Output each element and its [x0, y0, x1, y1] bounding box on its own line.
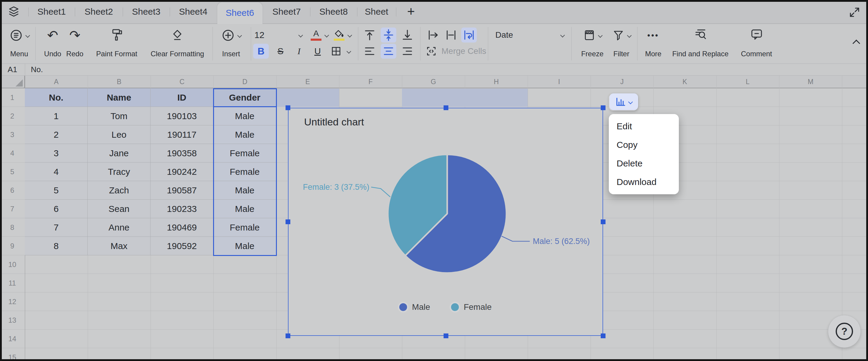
legend-item-male[interactable]: Male	[399, 302, 430, 312]
row-header-14[interactable]: 14	[0, 330, 25, 348]
text-clip-button[interactable]	[443, 28, 459, 42]
row-header-1[interactable]: 1	[0, 88, 25, 107]
help-button[interactable]: ?	[828, 315, 861, 348]
header-cell[interactable]: Name	[88, 88, 151, 107]
cell[interactable]: Female	[213, 218, 276, 237]
cell-name-box[interactable]: A1	[0, 64, 25, 76]
fill-color-button[interactable]	[331, 28, 347, 42]
more-button[interactable]: ••• More	[639, 28, 668, 60]
col-header-d[interactable]: D	[213, 76, 276, 88]
cell[interactable]: 7	[25, 218, 88, 237]
cell[interactable]: Male	[213, 200, 276, 218]
expand-window-icon[interactable]	[849, 7, 860, 18]
align-left-button[interactable]	[362, 44, 377, 59]
col-header-k[interactable]: K	[653, 76, 716, 88]
cell[interactable]: 190592	[151, 237, 213, 255]
cell[interactable]: Tom	[88, 107, 151, 125]
align-right-button[interactable]	[400, 44, 415, 59]
valign-middle-button[interactable]	[381, 28, 396, 42]
menu-item-edit[interactable]: Edit	[609, 117, 679, 136]
row-header-10[interactable]: 10	[0, 255, 25, 274]
align-center-button[interactable]	[381, 44, 396, 59]
cell[interactable]: 6	[25, 200, 88, 218]
cell[interactable]: Sean	[88, 200, 151, 218]
col-header-m[interactable]: M	[779, 76, 842, 88]
clear-formatting-button[interactable]: Clear Formatting	[148, 28, 207, 60]
col-header-l[interactable]: L	[716, 76, 779, 88]
valign-top-button[interactable]	[362, 28, 377, 42]
chart-container[interactable]: Untitled chart Female: 3 (37.5%) Male: 5…	[288, 108, 603, 336]
cell[interactable]: Tracy	[88, 162, 151, 181]
cell[interactable]: 5	[25, 181, 88, 200]
chart-options-button[interactable]	[610, 93, 638, 110]
comment-button[interactable]: Comment	[736, 28, 777, 60]
collapse-toolbar-icon[interactable]	[852, 39, 860, 47]
filter-button[interactable]: Filter	[608, 28, 635, 60]
row-header-4[interactable]: 4	[0, 144, 25, 162]
cell[interactable]: Female	[213, 162, 276, 181]
cell[interactable]: 190469	[151, 218, 213, 237]
row-header-9[interactable]: 9	[0, 237, 25, 255]
tab-sheet6-active[interactable]: Sheet6	[217, 2, 262, 24]
tab-sheet4[interactable]: Sheet4	[170, 0, 217, 23]
tinted-cell-h1[interactable]	[465, 89, 528, 107]
underline-button[interactable]: U	[310, 44, 326, 59]
font-color-button[interactable]: A	[308, 28, 324, 42]
row-header-2[interactable]: 2	[0, 107, 25, 125]
row-header-7[interactable]: 7	[0, 200, 25, 218]
redo-button[interactable]: ↷ Redo	[64, 28, 86, 60]
font-color-chevron-icon[interactable]	[324, 33, 329, 38]
paint-format-button[interactable]: Paint Format	[90, 28, 144, 60]
cell[interactable]: Female	[213, 144, 276, 162]
chart-handle-bottom-right[interactable]	[601, 333, 606, 338]
tab-sheet7[interactable]: Sheet7	[263, 0, 310, 23]
row-header-6[interactable]: 6	[0, 181, 25, 200]
col-header-a[interactable]: A	[25, 76, 88, 88]
cell[interactable]: Male	[213, 237, 276, 255]
chart-handle-right-mid[interactable]	[601, 219, 606, 224]
cell[interactable]: 8	[25, 237, 88, 255]
cell[interactable]: 3	[25, 144, 88, 162]
italic-button[interactable]: I	[291, 44, 307, 59]
col-header-f[interactable]: F	[339, 76, 402, 88]
cell[interactable]: 190587	[151, 181, 213, 200]
cell[interactable]: Jane	[88, 144, 151, 162]
col-header-j[interactable]: J	[591, 76, 653, 88]
cell[interactable]: Male	[213, 107, 276, 125]
cell[interactable]: 1	[25, 107, 88, 125]
cell[interactable]: 190242	[151, 162, 213, 181]
header-cell[interactable]: No.	[25, 88, 88, 107]
col-header-c[interactable]: C	[151, 76, 213, 88]
row-header-13[interactable]: 13	[0, 311, 25, 330]
row-header-5[interactable]: 5	[0, 162, 25, 181]
menu-item-delete[interactable]: Delete	[609, 154, 679, 173]
col-header-i[interactable]: I	[528, 76, 591, 88]
text-overflow-button[interactable]	[425, 28, 441, 42]
cell[interactable]: Zach	[88, 181, 151, 200]
cell[interactable]: Max	[88, 237, 151, 255]
strikethrough-button[interactable]: S	[273, 44, 288, 59]
row-header-15[interactable]: 15	[0, 348, 25, 361]
cell[interactable]: Anne	[88, 218, 151, 237]
col-header-b[interactable]: B	[88, 76, 151, 88]
select-all-corner[interactable]	[0, 76, 25, 88]
cell[interactable]: Leo	[88, 125, 151, 144]
cell[interactable]: 190358	[151, 144, 213, 162]
undo-button[interactable]: ↶ Undo	[42, 28, 63, 60]
cell[interactable]: 190233	[151, 200, 213, 218]
cell[interactable]: 2	[25, 125, 88, 144]
cell[interactable]: 4	[25, 162, 88, 181]
cell[interactable]: Male	[213, 181, 276, 200]
insert-button[interactable]: Insert	[216, 28, 246, 60]
tab-sheet3[interactable]: Sheet3	[123, 0, 170, 23]
menu-button[interactable]: Menu	[5, 28, 33, 60]
merge-cells-button[interactable]: Merge Cells	[425, 44, 486, 59]
header-cell[interactable]: Gender	[213, 88, 276, 107]
chart-handle-left-mid[interactable]	[285, 219, 290, 224]
col-header-h[interactable]: H	[465, 76, 528, 88]
chart-handle-top-right[interactable]	[601, 106, 606, 110]
legend-item-female[interactable]: Female	[451, 302, 492, 312]
tab-sheet1[interactable]: Sheet1	[28, 0, 75, 23]
chart-handle-top-left[interactable]	[285, 106, 290, 110]
number-format-select[interactable]: Date	[495, 28, 564, 42]
